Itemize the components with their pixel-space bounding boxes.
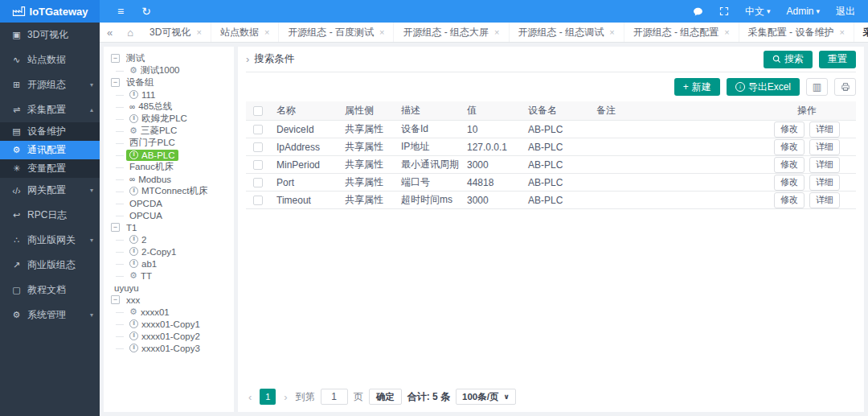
tree-item-opcua[interactable]: OPCUA — [107, 209, 231, 221]
tab-device-maintenance[interactable]: 采集配置 - 设备维护 × — [739, 23, 854, 42]
sidebar-item-comm-config[interactable]: ⚙ 通讯配置 — [0, 141, 100, 159]
close-icon[interactable]: × — [379, 27, 384, 37]
edit-button[interactable]: 修改 — [774, 192, 805, 208]
tree-item-label: Fanuc机床 — [129, 161, 174, 173]
logo[interactable]: IoTGateway — [0, 0, 100, 23]
goto-page-prefix: 到第 — [296, 390, 315, 404]
tabs-scroll-left-icon[interactable]: « — [100, 23, 120, 42]
column-header-description: 描述 — [395, 104, 461, 117]
export-excel-button[interactable]: ↓ 导出Excel — [727, 78, 800, 96]
collapse-icon[interactable]: − — [111, 223, 120, 232]
search-button[interactable]: 搜索 — [764, 51, 813, 68]
tab-comm-config[interactable]: 采集配置 - 通讯配置 × — [854, 23, 868, 42]
tree-item-ab1[interactable]: ‖ ab1 — [107, 257, 231, 270]
goto-page-input[interactable] — [321, 389, 348, 405]
fullscreen-icon[interactable] — [719, 6, 729, 16]
page-number-button[interactable]: 1 — [260, 389, 276, 405]
tree-item-xxxx01-copy2[interactable]: ‖ xxxx01-Copy2 — [107, 330, 231, 342]
select-all-checkbox[interactable] — [253, 106, 263, 116]
sidebar-item-collect-config[interactable]: ⇌ 采集配置 ▴ — [0, 97, 100, 122]
row-checkbox[interactable] — [253, 160, 263, 170]
sidebar-item-3d-visualization[interactable]: ▣ 3D可视化 — [0, 23, 100, 47]
user-menu[interactable]: Admin ▾ — [786, 6, 820, 17]
sidebar-item-rpc-log[interactable]: ↩ RPC日志 — [0, 203, 100, 228]
tree-item-omron-plc[interactable]: ‖ 欧姆龙PLC — [107, 113, 231, 125]
detail-button[interactable]: 详细 — [809, 192, 840, 208]
tree-item-t1[interactable]: − T1 — [107, 221, 231, 233]
tab-3d-visualization[interactable]: 3D可视化 × — [141, 23, 211, 42]
tree-item-xxxx01[interactable]: ⚙ xxxx01 — [107, 306, 231, 318]
sidebar-item-docs[interactable]: ▢ 教程文档 — [0, 278, 100, 303]
refresh-icon[interactable]: ↻ — [141, 6, 151, 17]
row-checkbox[interactable] — [253, 142, 263, 152]
prev-page-icon[interactable]: ‹ — [246, 391, 254, 403]
page-size-select[interactable]: 100条/页 ∨ — [456, 389, 516, 405]
column-settings-button[interactable]: ▥ — [806, 78, 828, 96]
message-icon[interactable] — [693, 6, 703, 17]
tree-item-xxxx01-copy3[interactable]: ‖ xxxx01-Copy3 — [107, 342, 231, 354]
language-menu[interactable]: 中文 ▾ — [745, 5, 771, 19]
sidebar-item-variable-config[interactable]: ✳ 变量配置 — [0, 159, 100, 178]
next-page-icon[interactable]: › — [281, 391, 289, 403]
tab-site-data[interactable]: 站点数据 × — [211, 23, 279, 42]
tab-scada-debug[interactable]: 开源组态 - 组态调试 × — [510, 23, 624, 42]
tree-item-siemens-plc[interactable]: 西门子PLC — [107, 137, 231, 149]
tree-item-fanuc[interactable]: Fanuc机床 — [107, 161, 231, 173]
logout-button[interactable]: 退出 — [836, 5, 855, 19]
row-checkbox[interactable] — [253, 178, 263, 187]
detail-button[interactable]: 详细 — [809, 122, 840, 138]
cell-device: AB-PLC — [522, 142, 590, 153]
close-icon[interactable]: × — [494, 27, 499, 37]
row-checkbox[interactable] — [253, 196, 263, 205]
tree-item-mtconnect[interactable]: ‖ MTConnect机床 — [107, 185, 231, 197]
tree-item-opcda[interactable]: OPCDA — [107, 197, 231, 209]
tree-item-2-copy1[interactable]: ‖ 2-Copy1 — [107, 245, 231, 257]
sidebar-item-gateway-config[interactable]: ‹/› 网关配置 ▾ — [0, 178, 100, 203]
collapse-icon[interactable]: − — [111, 295, 120, 304]
home-icon[interactable]: ⌂ — [120, 23, 141, 42]
row-checkbox[interactable] — [253, 125, 263, 134]
tree-item-xxxx01-copy1[interactable]: ‖ xxxx01-Copy1 — [107, 318, 231, 330]
collapse-icon[interactable]: − — [111, 54, 120, 63]
close-icon[interactable]: × — [196, 27, 201, 37]
tree-item-test[interactable]: − 测试 — [107, 52, 231, 64]
collapse-menu-icon[interactable]: ≡ — [117, 6, 124, 17]
goto-confirm-button[interactable]: 确定 — [369, 389, 402, 405]
close-icon[interactable]: × — [609, 27, 614, 37]
detail-button[interactable]: 详细 — [809, 175, 840, 191]
edit-button[interactable]: 修改 — [774, 175, 805, 191]
tree-item-uyuyu[interactable]: uyuyu — [107, 282, 231, 294]
tree-item-ab-plc[interactable]: ‖ AB-PLC — [107, 149, 231, 161]
tree-item-xxx[interactable]: − xxx — [107, 294, 231, 306]
tree-item-485-bus[interactable]: ∞ 485总线 — [107, 101, 231, 113]
detail-button[interactable]: 详细 — [809, 157, 840, 173]
tree-item-device-group[interactable]: − 设备组 — [107, 76, 231, 89]
tree-item-modbus[interactable]: ∞ Modbus — [107, 173, 231, 185]
tree-item-2[interactable]: ‖ 2 — [107, 233, 231, 245]
print-button[interactable] — [834, 78, 856, 96]
edit-button[interactable]: 修改 — [774, 157, 805, 173]
search-condition-toggle[interactable]: › 搜索条件 — [246, 52, 294, 66]
tree-item-111[interactable]: ‖ 111 — [107, 89, 231, 101]
close-icon[interactable]: × — [264, 27, 269, 37]
tab-scada-config[interactable]: 开源组态 - 组态配置 × — [624, 23, 739, 42]
close-icon[interactable]: × — [724, 27, 729, 37]
tab-scada-baidu-test[interactable]: 开源组态 - 百度测试 × — [279, 23, 394, 42]
sidebar-item-pro-scada[interactable]: ↗ 商业版组态 — [0, 253, 100, 278]
close-icon[interactable]: × — [839, 27, 844, 37]
sidebar-item-system-admin[interactable]: ⚙ 系统管理 ▾ — [0, 303, 100, 327]
tree-item-tt[interactable]: ⚙ TT — [107, 270, 231, 282]
sidebar-item-device-maintenance[interactable]: ▤ 设备维护 — [0, 122, 100, 141]
sidebar-item-open-scada[interactable]: ⊞ 开源组态 ▾ — [0, 72, 100, 97]
collapse-icon[interactable]: − — [111, 78, 120, 87]
tree-item-mitsubishi-plc[interactable]: ⚙ 三菱PLC — [107, 125, 231, 137]
tab-scada-bigscreen[interactable]: 开源组态 - 组态大屏 × — [394, 23, 509, 42]
sidebar-item-site-data[interactable]: ∿ 站点数据 — [0, 47, 100, 72]
sidebar-item-pro-gateway[interactable]: ∴ 商业版网关 ▾ — [0, 228, 100, 253]
edit-button[interactable]: 修改 — [774, 139, 805, 155]
edit-button[interactable]: 修改 — [774, 122, 805, 138]
detail-button[interactable]: 详细 — [809, 139, 840, 155]
new-button[interactable]: + 新建 — [674, 78, 720, 96]
tree-item-test1000[interactable]: ⚙ 测试1000 — [107, 64, 231, 76]
reset-button[interactable]: 重置 — [819, 51, 856, 68]
